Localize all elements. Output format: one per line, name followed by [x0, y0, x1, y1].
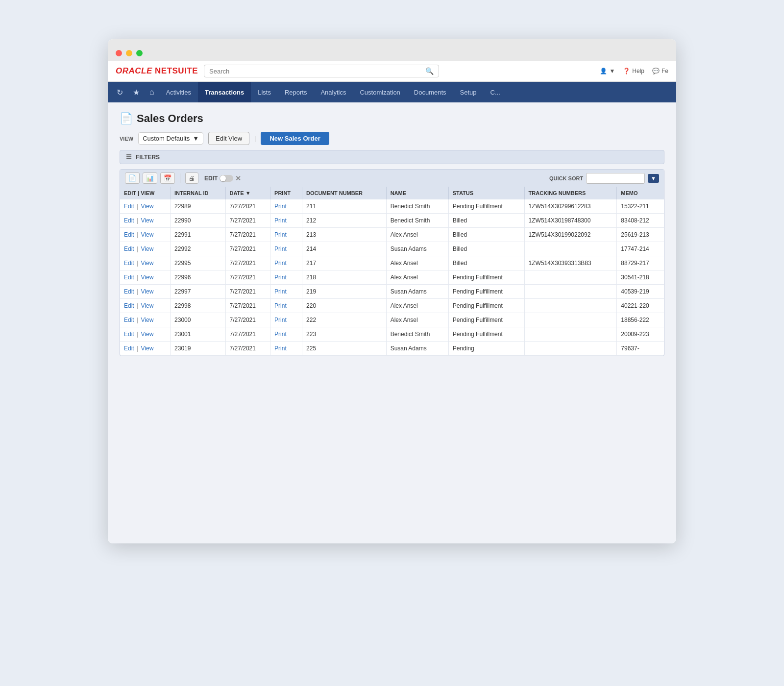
table-row: Edit | View 22991 7/27/2021 Print 213 Al… — [120, 228, 664, 242]
nav-more[interactable]: C... — [484, 82, 507, 102]
cell-date: 7/27/2021 — [225, 199, 270, 214]
history-nav-icon[interactable]: ↻ — [112, 82, 128, 102]
nav-documents[interactable]: Documents — [407, 82, 453, 102]
cell-status: Pending Fulfillment — [448, 199, 524, 214]
cell-memo: 18856-222 — [617, 313, 664, 327]
view-link[interactable]: View — [141, 345, 154, 352]
edit-link[interactable]: Edit — [124, 274, 134, 281]
edit-link[interactable]: Edit — [124, 302, 134, 309]
cell-date: 7/27/2021 — [225, 270, 270, 285]
minimize-dot[interactable] — [126, 50, 132, 56]
edit-view-button[interactable]: Edit View — [208, 132, 249, 145]
search-input[interactable] — [209, 68, 425, 75]
view-link[interactable]: View — [141, 302, 154, 309]
filters-bar[interactable]: ☰ FILTERS — [120, 150, 664, 164]
sales-orders-table: EDIT | VIEW INTERNAL ID DATE ▼ PRINT DOC… — [120, 187, 664, 356]
cell-tracking — [524, 285, 617, 299]
table-row: Edit | View 22992 7/27/2021 Print 214 Su… — [120, 242, 664, 256]
cell-edit-view: Edit | View — [120, 256, 171, 270]
edit-toggle-switch[interactable] — [220, 175, 233, 182]
cell-status: Pending Fulfillment — [448, 285, 524, 299]
view-link[interactable]: View — [141, 317, 154, 323]
edit-toggle-label: EDIT — [204, 175, 218, 182]
cell-memo: 88729-217 — [617, 256, 664, 270]
nav-analytics[interactable]: Analytics — [314, 82, 353, 102]
nav-lists[interactable]: Lists — [251, 82, 278, 102]
cell-status: Billed — [448, 228, 524, 242]
cell-date: 7/27/2021 — [225, 242, 270, 256]
col-status: STATUS — [448, 187, 524, 199]
close-dot[interactable] — [116, 50, 122, 56]
help-menu[interactable]: ❓ Help — [623, 68, 644, 74]
chat-icon: 💬 — [652, 68, 660, 74]
cell-memo: 25619-213 — [617, 228, 664, 242]
print-link[interactable]: Print — [274, 260, 287, 267]
view-link[interactable]: View — [141, 231, 154, 238]
print-link[interactable]: Print — [274, 302, 287, 309]
view-link[interactable]: View — [141, 217, 154, 224]
home-nav-icon[interactable]: ⌂ — [145, 82, 159, 102]
print-link[interactable]: Print — [274, 274, 287, 281]
toolbar-sep — [180, 173, 180, 183]
cell-name: Alex Ansel — [386, 256, 448, 270]
maximize-dot[interactable] — [136, 50, 143, 56]
page-title: Sales Orders — [137, 112, 203, 125]
cell-tracking — [524, 270, 617, 285]
print-link[interactable]: Print — [274, 331, 287, 338]
table-row: Edit | View 22997 7/27/2021 Print 219 Su… — [120, 285, 664, 299]
close-icon[interactable]: ✕ — [235, 174, 241, 182]
nav-reports[interactable]: Reports — [278, 82, 314, 102]
cell-internal-id: 22989 — [171, 199, 225, 214]
nav-customization[interactable]: Customization — [353, 82, 407, 102]
quick-sort-select[interactable] — [586, 173, 645, 184]
edit-link[interactable]: Edit — [124, 345, 134, 352]
print-link[interactable]: Print — [274, 288, 287, 295]
print-link[interactable]: Print — [274, 317, 287, 323]
calendar-icon[interactable]: 📅 — [160, 172, 175, 184]
view-link[interactable]: View — [141, 245, 154, 252]
edit-link[interactable]: Edit — [124, 217, 134, 224]
view-link[interactable]: View — [141, 331, 154, 338]
view-select-wrap[interactable]: Custom Defaults ▼ — [138, 132, 203, 145]
cell-doc-number: 218 — [302, 270, 387, 285]
edit-link[interactable]: Edit — [124, 317, 134, 323]
view-link[interactable]: View — [141, 260, 154, 267]
cell-tracking: 1ZW514X30199022092 — [524, 228, 617, 242]
nav-setup[interactable]: Setup — [453, 82, 484, 102]
print-link[interactable]: Print — [274, 217, 287, 224]
nav-activities[interactable]: Activities — [159, 82, 198, 102]
cell-name: Susan Adams — [386, 342, 448, 356]
user-menu[interactable]: 👤 ▼ — [600, 68, 615, 74]
search-bar[interactable]: 🔍 — [204, 65, 439, 77]
toolbar-separator: | — [254, 135, 256, 142]
new-sales-order-button[interactable]: New Sales Order — [261, 132, 329, 145]
cell-date: 7/27/2021 — [225, 313, 270, 327]
chat-menu[interactable]: 💬 Fe — [652, 68, 668, 74]
cell-tracking — [524, 313, 617, 327]
edit-link[interactable]: Edit — [124, 231, 134, 238]
print-link[interactable]: Print — [274, 245, 287, 252]
edit-link[interactable]: Edit — [124, 288, 134, 295]
cell-doc-number: 213 — [302, 228, 387, 242]
favorites-nav-icon[interactable]: ★ — [128, 82, 145, 102]
quick-sort-arrow[interactable]: ▼ — [648, 174, 659, 183]
view-link[interactable]: View — [141, 203, 154, 210]
view-link[interactable]: View — [141, 288, 154, 295]
print-link[interactable]: Print — [274, 345, 287, 352]
print-link[interactable]: Print — [274, 203, 287, 210]
view-link[interactable]: View — [141, 274, 154, 281]
edit-link[interactable]: Edit — [124, 331, 134, 338]
edit-link[interactable]: Edit — [124, 245, 134, 252]
nav-transactions[interactable]: Transactions — [198, 82, 251, 102]
toggle-knob — [220, 175, 226, 181]
edit-link[interactable]: Edit — [124, 260, 134, 267]
print-icon[interactable]: 🖨 — [185, 172, 198, 184]
cell-print: Print — [270, 327, 302, 342]
cell-memo: 79637- — [617, 342, 664, 356]
search-icon: 🔍 — [425, 67, 434, 75]
edit-link[interactable]: Edit — [124, 203, 134, 210]
spreadsheet-icon[interactable]: 📊 — [143, 172, 157, 184]
print-link[interactable]: Print — [274, 231, 287, 238]
new-doc-icon[interactable]: 📄 — [125, 172, 140, 184]
cell-status: Billed — [448, 242, 524, 256]
